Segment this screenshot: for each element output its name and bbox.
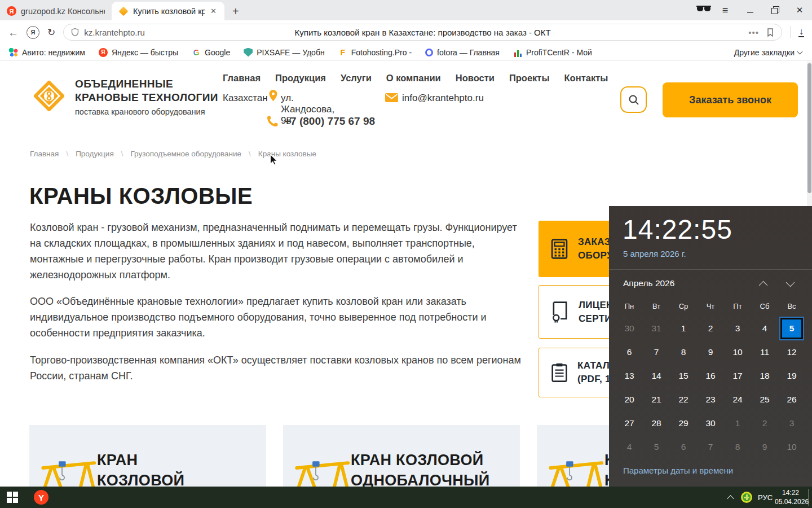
tab-close-icon[interactable]: ✕: [209, 7, 218, 15]
calendar-day[interactable]: 9: [697, 340, 724, 364]
restore-button[interactable]: [762, 0, 787, 20]
breadcrumb-item[interactable]: Главная: [30, 150, 59, 158]
calendar-day[interactable]: 13: [616, 364, 643, 388]
calendar-day[interactable]: 7: [697, 435, 724, 459]
date-time-settings-link[interactable]: Параметры даты и времени: [623, 466, 733, 475]
calendar-day[interactable]: 12: [778, 340, 805, 364]
email-link[interactable]: info@krantehpto.ru: [402, 93, 484, 104]
scrollbar-thumb[interactable]: [807, 63, 811, 193]
calendar-day[interactable]: 6: [670, 435, 697, 459]
bookmark-favicon: [338, 48, 347, 57]
back-icon[interactable]: ←: [8, 27, 19, 38]
phone-number[interactable]: +7 (800) 775 67 98: [284, 115, 375, 128]
calendar-day[interactable]: 1: [724, 411, 751, 435]
bookmark-item[interactable]: PIXSAFE — Удобн: [244, 48, 324, 57]
close-button[interactable]: ✕: [787, 0, 812, 20]
language-indicator[interactable]: РУС: [758, 493, 773, 502]
yandex-browser-taskbar-icon[interactable]: Y: [34, 490, 48, 505]
menu-icon[interactable]: ≡: [713, 0, 738, 20]
calendar-day[interactable]: 7: [643, 340, 670, 364]
calendar-day[interactable]: 28: [643, 411, 670, 435]
calendar-day[interactable]: 6: [616, 340, 643, 364]
yandex-home-icon[interactable]: Я: [27, 26, 39, 39]
taskbar-clock[interactable]: 14:22 05.04.2026: [775, 489, 806, 506]
calendar-day[interactable]: 5: [780, 318, 803, 339]
download-icon[interactable]: ↓: [798, 27, 804, 38]
calendar-day[interactable]: 29: [670, 411, 697, 435]
calendar-day[interactable]: 20: [616, 388, 643, 411]
tray-show-hidden-icons[interactable]: [727, 495, 734, 502]
antivirus-tray-icon[interactable]: [741, 492, 752, 503]
product-card[interactable]: КРАНКОЗЛОВОЙ: [29, 425, 266, 487]
incognito-sunglasses-icon[interactable]: [696, 5, 712, 15]
calendar-day[interactable]: 15: [670, 364, 697, 388]
bookmark-flag-icon[interactable]: [766, 28, 775, 37]
calendar-day[interactable]: 2: [697, 317, 724, 340]
calendar-month-label[interactable]: Апрель 2026: [623, 278, 674, 288]
nav-item[interactable]: Продукция: [275, 73, 326, 84]
bookmark-item[interactable]: Google: [192, 48, 230, 57]
calendar-day[interactable]: 17: [724, 364, 751, 388]
reload-icon[interactable]: ↻: [47, 28, 55, 37]
calendar-day[interactable]: 23: [697, 388, 724, 411]
nav-item[interactable]: Контакты: [564, 73, 608, 84]
new-tab-button[interactable]: +: [224, 5, 247, 20]
calendar-day[interactable]: 10: [724, 340, 751, 364]
calendar-day[interactable]: 5: [643, 435, 670, 459]
calendar-day[interactable]: 11: [751, 340, 778, 364]
bookmark-item[interactable]: Авито: недвижим: [9, 48, 85, 57]
bookmark-item[interactable]: Яндекс — быстры: [99, 48, 178, 57]
calendar-day[interactable]: 8: [670, 340, 697, 364]
minimize-button[interactable]: [738, 0, 762, 20]
tab-active-krantehpto[interactable]: Купить козловой кран ✕: [112, 2, 224, 20]
calendar-day[interactable]: 10: [778, 435, 805, 459]
start-button-icon[interactable]: [7, 492, 18, 503]
breadcrumb-item[interactable]: Грузоподъемное оборудование: [114, 150, 241, 158]
tab-gruzopod[interactable]: Я gruzopod.kz Консольно ко: [0, 2, 112, 20]
nav-item[interactable]: Главная: [223, 73, 261, 84]
calendar-day[interactable]: 30: [697, 411, 724, 435]
calendar-day[interactable]: 27: [616, 411, 643, 435]
calendar-day[interactable]: 24: [724, 388, 751, 411]
calendar-day[interactable]: 4: [616, 435, 643, 459]
address-bar[interactable]: kz.krantehpto.ru Купить козловой кран в …: [63, 24, 782, 41]
calendar-day[interactable]: 30: [616, 317, 643, 340]
calendar-day[interactable]: 25: [751, 388, 778, 411]
site-logo[interactable]: ОБЪЕДИНЕННЫЕ КРАНОВЫЕ ТЕХНОЛОГИИ поставк…: [31, 77, 218, 116]
bookmark-item[interactable]: Fotohosting.Pro -: [338, 48, 412, 57]
bookmark-item[interactable]: fotora — Главная: [425, 48, 500, 57]
calendar-day[interactable]: 4: [751, 317, 778, 340]
calendar-day[interactable]: 19: [778, 364, 805, 388]
calendar-day[interactable]: 8: [724, 435, 751, 459]
calendar-day[interactable]: 18: [751, 364, 778, 388]
breadcrumb-item[interactable]: Краны козловые: [241, 150, 316, 158]
phone-row[interactable]: +7 (800) 775 67 98: [266, 115, 375, 128]
calendar-day[interactable]: 3: [778, 411, 805, 435]
calendar-day[interactable]: 21: [643, 388, 670, 411]
calendar-prev-icon[interactable]: [759, 281, 768, 290]
calendar-next-icon[interactable]: [786, 278, 795, 287]
calendar-day[interactable]: 2: [751, 411, 778, 435]
calendar-day[interactable]: 9: [751, 435, 778, 459]
product-card[interactable]: КРАН КОЗЛОВОЙОДНОБАЛОЧНЫЙ: [283, 425, 520, 487]
calendar-day[interactable]: 31: [643, 317, 670, 340]
shield-icon[interactable]: [70, 28, 80, 37]
nav-item[interactable]: О компании: [386, 73, 441, 84]
bookmark-item[interactable]: ProfiTCentR - Мой: [513, 48, 592, 57]
nav-item[interactable]: Проекты: [509, 73, 550, 84]
other-bookmarks[interactable]: Другие закладки: [734, 44, 802, 61]
url-text[interactable]: kz.krantehpto.ru: [84, 28, 145, 37]
order-call-button[interactable]: Заказать звонок: [663, 82, 798, 117]
nav-item[interactable]: Новости: [456, 73, 495, 84]
breadcrumb-item[interactable]: Продукция: [59, 150, 113, 158]
nav-item[interactable]: Услуги: [341, 73, 372, 84]
calendar-day[interactable]: 1: [670, 317, 697, 340]
show-desktop-divider[interactable]: [808, 489, 809, 506]
search-button[interactable]: [620, 86, 647, 113]
calendar-day[interactable]: 14: [643, 364, 670, 388]
calendar-day[interactable]: 16: [697, 364, 724, 388]
calendar-day[interactable]: 26: [778, 388, 805, 411]
more-actions-icon[interactable]: •••: [748, 28, 759, 37]
calendar-day[interactable]: 22: [670, 388, 697, 411]
calendar-day[interactable]: 3: [724, 317, 751, 340]
